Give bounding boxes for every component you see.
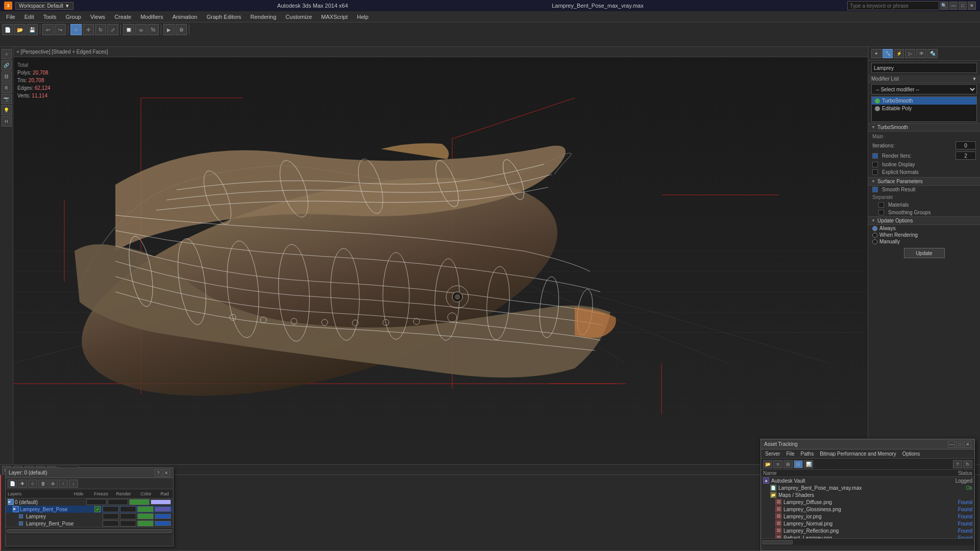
menu-group[interactable]: Group (61, 13, 85, 21)
toolbar-rotate[interactable]: ↻ (95, 24, 106, 35)
at-row-reflection[interactable]: 🖼 Lamprey_Reflection.png Found (761, 527, 974, 534)
menu-views[interactable]: Views (86, 13, 109, 21)
at-menu-options[interactable]: Options (900, 451, 922, 457)
toolbar-render-setup[interactable]: ⚙ (176, 24, 187, 35)
menu-maxscript[interactable]: MAXScript (317, 13, 352, 21)
menu-help[interactable]: Help (353, 13, 373, 21)
materials-checkbox[interactable] (878, 202, 884, 208)
smoothinggroups-checkbox[interactable] (878, 210, 884, 215)
at-row-diffuse[interactable]: 🖼 Lamprey_Diffuse.png Found (761, 498, 974, 506)
layer-check-hide-lamprey-bent-item[interactable] (103, 520, 119, 527)
render-iters-input[interactable] (955, 152, 976, 160)
viewport-type[interactable]: + [Perspective] [Shaded + Edged Faces] (16, 49, 108, 55)
modifier-bulb-off[interactable] (875, 106, 880, 111)
panel-icon-utilities[interactable]: 🔩 (927, 49, 938, 58)
left-btn-link[interactable]: 🔗 (2, 60, 12, 70)
layer-check-freeze-lamprey-bent-item[interactable] (120, 520, 136, 527)
close-button[interactable]: ✕ (968, 2, 976, 10)
layer-color-default[interactable] (151, 499, 171, 505)
layer-manager-help-btn[interactable]: ? (155, 469, 162, 477)
panel-icon-create[interactable]: ✦ (871, 49, 881, 58)
toolbar-open[interactable]: 📂 (14, 24, 26, 35)
layer-scrollbar[interactable] (6, 527, 173, 534)
at-row-vault[interactable]: ◆ Autodesk Vault Logged (761, 477, 974, 484)
layer-check-hide-lamprey-bent[interactable] (103, 506, 119, 512)
layer-merge-btn[interactable]: ⊕ (48, 480, 58, 488)
at-btn-4[interactable]: ⊟ (794, 460, 803, 468)
menu-tools[interactable]: Tools (39, 13, 61, 21)
at-menu-server[interactable]: Server (763, 451, 782, 457)
search-icon[interactable]: 🔍 (940, 2, 948, 10)
at-row-glossiness[interactable]: 🖼 Lamprey_Glossiness.png Found (761, 506, 974, 513)
turbosmoothsection-header[interactable]: ▼ TurboSmooth (868, 123, 980, 132)
menu-animation[interactable]: Animation (168, 13, 202, 21)
layer-check-render-default[interactable] (129, 499, 150, 505)
toolbar-select[interactable]: ⊹ (70, 24, 82, 35)
at-btn-5[interactable]: 📊 (804, 460, 813, 468)
menu-edit[interactable]: Edit (20, 13, 38, 21)
at-close-btn[interactable]: ✕ (964, 441, 971, 448)
toolbar-render[interactable]: ▶ (163, 24, 175, 35)
explicit-normals-checkbox[interactable] (872, 169, 878, 175)
modifier-bulb-on[interactable] (875, 98, 880, 104)
at-row-refract[interactable]: 🖼 Refract_Lamprey.png Found (761, 534, 974, 538)
modifier-editablepoly-item[interactable]: Editable Poly (872, 105, 976, 112)
viewport[interactable]: Total Polys: 20,708 Tris: 20,708 Edges: … (13, 57, 868, 464)
panel-icon-hierarchy[interactable]: ⚡ (894, 49, 904, 58)
smooth-result-checkbox[interactable] (872, 187, 878, 192)
layer-add-selected-btn[interactable]: ✚ (18, 480, 27, 488)
layer-color-lamprey-bent-item[interactable] (155, 521, 171, 526)
at-menu-file[interactable]: File (784, 451, 796, 457)
layer-color-lamprey-bent[interactable] (155, 507, 171, 512)
left-btn-camera[interactable]: 📷 (2, 94, 12, 104)
panel-icon-display[interactable]: 👁 (916, 49, 926, 58)
render-iters-checkbox[interactable] (872, 153, 878, 159)
at-btn-refresh[interactable]: ↻ (963, 460, 972, 468)
left-btn-select[interactable]: ⊹ (2, 49, 12, 59)
layer-delete-btn[interactable]: 🗑 (38, 480, 47, 488)
layer-check-hide-default[interactable] (86, 499, 107, 505)
at-btn-3[interactable]: ⊞ (783, 460, 793, 468)
layer-select-btn[interactable]: ⊹ (28, 480, 37, 488)
manually-radio[interactable] (872, 239, 877, 244)
toolbar-angle-snap[interactable]: ⌯ (135, 24, 146, 35)
modifier-dropdown[interactable]: -- Select modifier -- TurboSmooth Editab… (871, 84, 977, 94)
at-maximize-btn[interactable]: □ (956, 441, 963, 448)
left-btn-helpers[interactable]: H (2, 116, 12, 127)
toolbar-percent-snap[interactable]: % (148, 24, 159, 35)
toolbar-save[interactable]: 💾 (27, 24, 38, 35)
when-rendering-radio[interactable] (872, 233, 877, 238)
panel-icon-modify[interactable]: 🔧 (883, 49, 893, 58)
at-menu-paths[interactable]: Paths (799, 451, 816, 457)
menu-create[interactable]: Create (110, 13, 135, 21)
layer-row-lamprey-bent-pose[interactable]: ■ Lamprey_Bent_Pose ✓ (6, 506, 173, 513)
object-name-field[interactable] (871, 63, 977, 73)
modifier-turbosmoothitem[interactable]: TurboSmooth (872, 97, 976, 105)
layer-row-lamprey-bent-pose-item[interactable]: Lamprey_Bent_Pose (6, 520, 173, 527)
toolbar-redo[interactable]: ↪ (55, 24, 66, 35)
search-input[interactable] (847, 1, 939, 10)
layer-check-hide-lamprey[interactable] (103, 513, 119, 519)
always-radio[interactable] (872, 226, 877, 231)
layer-check-freeze-lamprey[interactable] (120, 513, 136, 519)
at-row-maps-folder[interactable]: 📁 Maps / Shaders (761, 491, 974, 498)
layer-check-render-lamprey[interactable] (137, 513, 154, 519)
menu-customize[interactable]: Customize (281, 13, 316, 21)
panel-icon-motion[interactable]: ▷ (905, 49, 915, 58)
layer-row-default[interactable]: ■ 0 (default) (6, 498, 173, 506)
layer-row-lamprey[interactable]: Lamprey (6, 513, 173, 520)
at-minimize-btn[interactable]: — (948, 441, 955, 448)
layer-check-render-lamprey-bent[interactable] (137, 506, 154, 512)
toolbar-scale[interactable]: ⤢ (107, 24, 118, 35)
layer-check-render-lamprey-bent-item[interactable] (137, 520, 154, 527)
layer-down-btn[interactable]: ↓ (69, 480, 78, 488)
at-btn-help[interactable]: ? (953, 460, 962, 468)
layer-up-btn[interactable]: ↑ (59, 480, 68, 488)
at-btn-1[interactable]: 📂 (763, 460, 772, 468)
at-menu-bitmap-perf[interactable]: Bitmap Performance and Memory (818, 451, 898, 457)
update-button[interactable]: Update (904, 248, 945, 258)
layer-setactive-lamprey-bent[interactable]: ✓ (94, 506, 101, 512)
toolbar-undo[interactable]: ↩ (42, 24, 54, 35)
menu-rendering[interactable]: Rendering (247, 13, 281, 21)
left-btn-lights[interactable]: 💡 (2, 105, 12, 115)
